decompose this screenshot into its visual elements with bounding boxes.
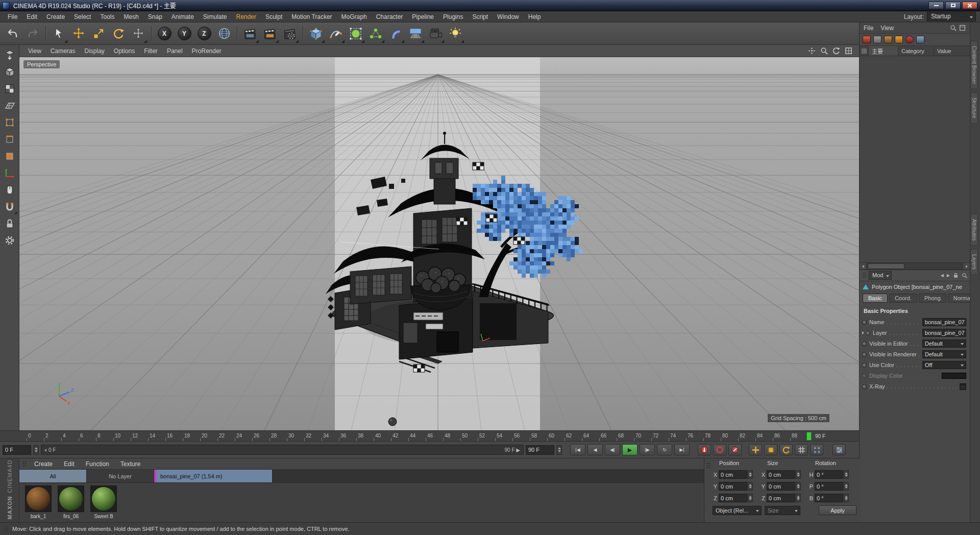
rotation-h-field[interactable]: 0 ° — [815, 470, 843, 479]
close-button[interactable] — [962, 2, 977, 9]
menu-item[interactable]: Edit — [22, 12, 42, 22]
menu-item[interactable]: Select — [69, 12, 95, 22]
size-mode-select[interactable]: Size — [765, 506, 800, 515]
material-menu-item[interactable]: Function — [80, 459, 115, 469]
menu-item[interactable]: Script — [468, 12, 493, 22]
key-position-button[interactable] — [749, 444, 762, 455]
rotation-p-stepper[interactable] — [844, 482, 849, 491]
anim-dot-icon[interactable] — [862, 374, 867, 378]
mode-dropdown[interactable]: Mod — [869, 271, 892, 280]
mograph-button[interactable] — [366, 23, 385, 44]
go-to-start-button[interactable]: |◀ — [570, 444, 585, 455]
history-back-icon[interactable]: ◀ — [941, 273, 944, 278]
viewport[interactable]: Z X Perspective Grid Spacing : 500 cm — [19, 57, 859, 430]
side-tab[interactable]: Structure — [970, 92, 978, 124]
visible-editor-select[interactable]: Default — [922, 339, 966, 348]
material-item[interactable]: bark_1 — [23, 485, 53, 522]
material-menu-item[interactable]: Create — [29, 459, 58, 469]
rotation-b-stepper[interactable] — [844, 494, 849, 502]
layer-input[interactable]: bonsai_pine_07 — [922, 329, 966, 337]
panel-grip[interactable] — [862, 272, 866, 279]
menu-item[interactable]: Create — [42, 12, 69, 22]
column-category[interactable]: Category — [898, 46, 934, 56]
add-primitive-button[interactable] — [306, 23, 326, 44]
manager-tab-icon-1[interactable] — [863, 36, 871, 43]
anim-dot-icon[interactable] — [862, 320, 867, 325]
menu-item[interactable]: Window — [493, 12, 524, 22]
expander-icon[interactable] — [862, 331, 864, 334]
visible-renderer-select[interactable]: Default — [922, 350, 966, 358]
material-menu-item[interactable]: Edit — [58, 459, 80, 469]
manager-tab-icon-6[interactable] — [916, 36, 924, 43]
loop-button[interactable]: ↻ — [657, 444, 672, 455]
position-z-field[interactable]: 0 cm — [719, 494, 747, 502]
object-manager-scrollbar[interactable] — [860, 262, 970, 270]
name-input[interactable]: bonsai_pine_07 — [922, 318, 966, 326]
make-editable-button[interactable] — [2, 47, 17, 63]
layer-tab-bonsai[interactable]: bonsai_pine_07 (1.54 m) — [154, 470, 273, 482]
menu-item[interactable]: Snap — [143, 12, 167, 22]
subdivision-surface-button[interactable] — [346, 23, 365, 44]
material-menu-item[interactable]: Texture — [115, 459, 146, 469]
end-frame-field[interactable]: 90 F — [526, 445, 554, 455]
rotate-view-button[interactable] — [831, 46, 841, 56]
rotation-p-field[interactable]: 0 ° — [815, 482, 843, 491]
position-x-field[interactable]: 0 cm — [719, 470, 747, 479]
menu-item[interactable]: Plugins — [438, 12, 468, 22]
position-y-field[interactable]: 0 cm — [719, 482, 747, 491]
column-value[interactable]: Value — [934, 46, 970, 56]
side-tab[interactable]: Content Browser — [970, 41, 978, 89]
search-icon[interactable] — [962, 273, 967, 278]
play-backwards-button[interactable]: ◀ — [587, 444, 603, 455]
material-item[interactable]: firs_06 — [56, 485, 86, 522]
manager-tab-icon-3[interactable] — [884, 36, 892, 43]
menu-item[interactable]: Simulate — [199, 12, 232, 22]
lock-x-axis-button[interactable]: X — [155, 23, 174, 44]
size-z-stepper[interactable] — [796, 494, 801, 502]
menu-item[interactable]: Motion Tracker — [287, 12, 336, 22]
menu-item[interactable]: Animate — [167, 12, 199, 22]
history-forward-icon[interactable]: ▶ — [947, 273, 950, 278]
zoom-view-button[interactable] — [819, 46, 828, 56]
toggle-view-button[interactable] — [844, 46, 853, 56]
record-keyframe-button[interactable] — [698, 444, 711, 455]
viewport-menu-item[interactable]: Display — [80, 46, 109, 56]
size-y-stepper[interactable] — [796, 482, 801, 491]
viewport-canvas[interactable]: Z X — [19, 57, 859, 430]
panel-grip[interactable] — [706, 463, 710, 469]
xray-checkbox[interactable] — [960, 383, 966, 390]
menu-item[interactable]: Tools — [95, 12, 119, 22]
camera-label[interactable]: Perspective — [23, 60, 60, 68]
next-frame-button[interactable]: |▶ — [640, 444, 655, 455]
anim-dot-icon[interactable] — [862, 363, 867, 368]
polygons-mode-button[interactable] — [2, 149, 17, 164]
texture-mode-button[interactable] — [2, 81, 17, 96]
object-manager-menu-item[interactable]: File — [864, 25, 873, 32]
material-name[interactable]: Sweet B — [94, 514, 113, 519]
menu-item[interactable]: File — [3, 12, 22, 22]
viewport-menu-item[interactable]: View — [23, 46, 46, 56]
axis-mode-button[interactable] — [2, 165, 17, 181]
object-manager-tab[interactable]: 主要 — [869, 46, 898, 56]
viewport-menu-item[interactable]: Options — [109, 46, 139, 56]
play-button[interactable]: ▶ — [622, 444, 638, 455]
render-picture-viewer-button[interactable] — [260, 23, 280, 44]
end-frame-stepper[interactable] — [556, 445, 562, 455]
material-name[interactable]: bark_1 — [31, 514, 46, 519]
size-y-field[interactable]: 0 cm — [767, 482, 795, 491]
model-mode-button[interactable] — [2, 64, 17, 80]
size-x-stepper[interactable] — [796, 470, 801, 479]
viewport-menu-item[interactable]: Filter — [139, 46, 162, 56]
maximize-button[interactable] — [945, 2, 961, 9]
edges-mode-button[interactable] — [2, 132, 17, 147]
menu-item[interactable]: Sculpt — [261, 12, 287, 22]
layer-tab-all[interactable]: All — [19, 470, 87, 482]
layer-tab-no-layer[interactable]: No Layer — [87, 470, 154, 482]
render-settings-button[interactable] — [280, 23, 300, 44]
redo-button[interactable] — [23, 23, 42, 44]
timeline-options-button[interactable] — [832, 444, 846, 455]
position-x-stepper[interactable] — [748, 470, 753, 479]
autokey-button[interactable] — [713, 444, 726, 455]
anim-dot-icon[interactable] — [866, 331, 870, 335]
viewport-menu-item[interactable]: Panel — [162, 46, 187, 56]
